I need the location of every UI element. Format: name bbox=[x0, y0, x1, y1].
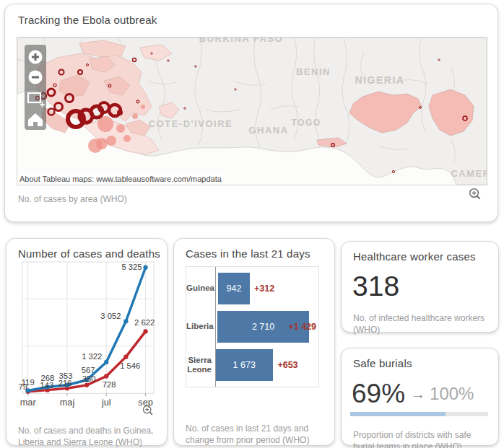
kpi-caption: No. of infected healthcare workers (WHO) bbox=[353, 312, 491, 335]
cases-deaths-line-chart[interactable]: 791432163507281 5462 6221192683535671 32… bbox=[17, 256, 158, 413]
bar[interactable]: 942 bbox=[218, 273, 250, 304]
arrow-right-icon: → bbox=[411, 386, 425, 403]
deaths-point[interactable] bbox=[143, 329, 147, 333]
deaths-point[interactable] bbox=[104, 374, 108, 378]
country-label: NIGERIA bbox=[355, 74, 405, 86]
bar-track: 942+312 bbox=[218, 273, 314, 304]
cases-value-label: 268 bbox=[40, 374, 54, 382]
bar-category-label: Liberia bbox=[186, 322, 217, 331]
safe-burials-value: 69% bbox=[352, 379, 405, 409]
deaths-value-label: 2 622 bbox=[134, 318, 155, 327]
cases-value-label: 353 bbox=[59, 372, 73, 380]
deaths-value-label: 1 546 bbox=[120, 361, 140, 370]
map-controls bbox=[25, 45, 46, 130]
zoom-in-icon[interactable] bbox=[142, 405, 155, 418]
bar-row[interactable]: Guinea942+312 bbox=[186, 273, 314, 304]
cases-value-label: 119 bbox=[22, 378, 35, 387]
panel-title: Cases in the last 21 days bbox=[186, 247, 310, 260]
bar-row[interactable]: Liberia2 710+1 429 bbox=[186, 311, 314, 343]
case-bubble-light[interactable] bbox=[96, 138, 108, 149]
deaths-value-label: 728 bbox=[103, 380, 116, 389]
cases-value-label: 1 322 bbox=[82, 352, 102, 361]
case-bubble-light[interactable] bbox=[123, 135, 131, 142]
cases-value-label: 3 052 bbox=[100, 312, 121, 320]
map-panel: Tracking the Ebola outbreak bbox=[4, 4, 498, 222]
bar-change-label: +1 429 bbox=[288, 322, 316, 332]
bar-value-label: 942 bbox=[227, 284, 242, 294]
ebola-map[interactable]: BURKINA FASOBENINNIGERIATOGOGHANACOTE-D'… bbox=[17, 37, 487, 185]
x-axis-label: mar bbox=[20, 397, 37, 408]
cases-value-label: 567 bbox=[82, 366, 95, 374]
last-21-days-panel: Cases in the last 21 days Guinea942+312L… bbox=[173, 238, 335, 446]
panel-title: Healthcare worker cases bbox=[353, 250, 476, 263]
line-chart-caption: No. of cases and deaths in Guinea, Liber… bbox=[18, 425, 158, 448]
deaths-value-label: 350 bbox=[82, 374, 96, 383]
zoom-in-icon[interactable] bbox=[469, 188, 482, 201]
deaths-point[interactable] bbox=[84, 383, 89, 387]
deaths-point[interactable] bbox=[123, 355, 128, 359]
case-bubble-light[interactable] bbox=[141, 105, 145, 109]
cases-point[interactable] bbox=[104, 360, 108, 364]
bar-track: 2 710+1 429 bbox=[217, 311, 314, 343]
progress-fill bbox=[350, 412, 446, 416]
last-21-days-bar-chart[interactable]: Guinea942+312Liberia2 710+1 429Sierra Le… bbox=[186, 266, 319, 387]
country-label: BURKINA FASO bbox=[199, 38, 283, 44]
case-bubble-light[interactable] bbox=[116, 124, 125, 133]
safe-burials-panel: Safe burials 69% → 100% Proportion of di… bbox=[341, 348, 499, 446]
case-bubble-light[interactable] bbox=[132, 113, 138, 119]
bar-row[interactable]: Sierra Leone1 673+653 bbox=[186, 349, 314, 381]
burials-caption: Proportion of districts with safe burial… bbox=[353, 429, 491, 448]
map-zoom-out-button[interactable] bbox=[29, 71, 43, 84]
bar-chart-caption: No. of cases in last 21 days and change … bbox=[186, 423, 326, 446]
page-title: Tracking the Ebola outbreak bbox=[18, 14, 157, 26]
safe-burials-target: 100% bbox=[430, 384, 474, 404]
country-label: COTE-D'IVOIRE bbox=[149, 118, 233, 129]
bar[interactable]: 1 673 bbox=[215, 349, 273, 381]
x-axis-label: maj bbox=[60, 397, 75, 408]
cases-point[interactable] bbox=[123, 319, 128, 323]
cases-value-label: 5 325 bbox=[121, 263, 142, 271]
bar-change-label: +653 bbox=[277, 360, 297, 370]
country-label: TOGO bbox=[291, 118, 321, 128]
healthcare-workers-panel: Healthcare worker cases 318 No. of infec… bbox=[341, 241, 499, 333]
case-bubble-light[interactable] bbox=[106, 136, 116, 146]
country-label: GHANA bbox=[248, 125, 288, 136]
healthcare-worker-cases-value: 318 bbox=[352, 271, 399, 302]
country-label: CAMER bbox=[451, 168, 487, 179]
bar-change-label: +312 bbox=[254, 284, 274, 294]
deaths-value-label: 216 bbox=[58, 379, 72, 387]
map-caption: No. of cases by area (WHO) bbox=[18, 193, 127, 205]
bar-category-label: Sierra Leone bbox=[186, 356, 215, 374]
bar-value-label: 2 710 bbox=[252, 322, 274, 332]
ebola-dashboard: Tracking the Ebola outbreak bbox=[0, 0, 504, 448]
map-zoom-in-button[interactable] bbox=[29, 50, 43, 64]
map-attribution[interactable]: About Tableau maps: www.tableausoftware.… bbox=[18, 175, 225, 184]
map-canvas[interactable]: BURKINA FASOBENINNIGERIATOGOGHANACOTE-D'… bbox=[17, 38, 487, 185]
bar-value-label: 1 673 bbox=[233, 360, 256, 370]
cases-point[interactable] bbox=[143, 265, 147, 270]
safe-burials-progress-bar bbox=[350, 412, 488, 416]
bar-category-label: Guinea bbox=[186, 284, 218, 293]
safe-burials-value-row: 69% → 100% bbox=[352, 379, 474, 409]
bar-track: 1 673+653 bbox=[215, 349, 314, 381]
country-label: BENIN bbox=[296, 66, 331, 77]
panel-title: Safe burials bbox=[353, 357, 412, 369]
x-axis-label: jul bbox=[101, 397, 111, 408]
cases-deaths-panel: Number of cases and deaths 7914321635072… bbox=[6, 238, 168, 446]
